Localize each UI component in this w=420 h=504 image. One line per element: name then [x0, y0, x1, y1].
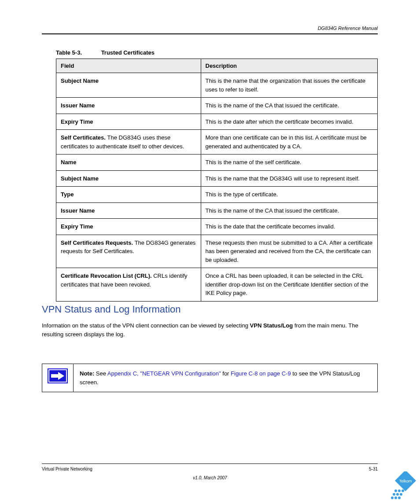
cell-label: Certificate Revocation List (CRL).	[61, 272, 153, 279]
cell-desc: This is the date after which the certifi…	[201, 114, 378, 130]
cell-label: Expiry Time	[61, 223, 93, 230]
table-row: TypeThis is the type of certificate.	[56, 187, 378, 203]
cell-label: Expiry Time	[61, 118, 93, 125]
body-text-prefix: Information on the status of the VPN cli…	[42, 322, 250, 329]
table-row: Expiry TimeThis is the date that the cer…	[56, 219, 378, 235]
cell-label: Name	[61, 159, 76, 166]
note-icon-cell	[42, 364, 74, 392]
section-heading-vpn-status: VPN Status and Log Information	[42, 304, 181, 315]
table-caption-title: Trusted Certificates	[84, 49, 155, 56]
logo-text: Telkom	[399, 479, 412, 483]
note-link-appendix[interactable]: Appendix C, "NETGEAR VPN Configuration"	[107, 370, 221, 377]
cell-desc: This is the name of the CA that issued t…	[201, 202, 378, 219]
footer-left: Virtual Private Networking	[42, 467, 92, 471]
cell-desc: This is the type of certificate.	[201, 187, 378, 203]
cell-label: Issuer Name	[61, 102, 95, 109]
cell-desc: This is the name of the CA that issued t…	[201, 98, 378, 114]
body-paragraph: Information on the status of the VPN cli…	[42, 321, 378, 338]
note-text: Note: See Appendix C, "NETGEAR VPN Confi…	[74, 364, 378, 392]
arrow-right-icon	[48, 369, 67, 383]
svg-point-7	[400, 493, 402, 496]
svg-point-6	[396, 493, 399, 496]
note-text-prefix: See	[94, 370, 107, 377]
table-caption: Table 5-3. Trusted Certificates	[56, 49, 378, 59]
table-row: Subject NameThis is the name that the DG…	[56, 170, 378, 187]
table-row: Certificate Revocation List (CRL). CRLs …	[56, 268, 378, 302]
footer-right: 5-31	[369, 467, 378, 471]
table-header-description: Description	[201, 59, 378, 73]
table-row: Expiry TimeThis is the date after which …	[56, 114, 378, 130]
cell-desc: This is the name of the self certificate…	[201, 155, 378, 171]
svg-point-9	[394, 497, 397, 499]
cell-label: Self Certificates Requests.	[61, 239, 135, 246]
table-row: Issuer NameThis is the name of the CA th…	[56, 98, 378, 114]
svg-point-10	[398, 497, 401, 499]
header-text: DG834G Reference Manual	[318, 26, 378, 31]
svg-point-2	[394, 489, 397, 492]
trusted-certificates-table: Table 5-3. Trusted Certificates Field De…	[56, 49, 378, 302]
note-label: Note:	[80, 370, 94, 377]
table-row: Self Certificates Requests. The DG834G g…	[56, 235, 378, 268]
table-header-field: Field	[56, 59, 201, 73]
table-row: Issuer NameThis is the name of the CA th…	[56, 202, 378, 219]
cell-desc: This is the name that the organization t…	[201, 73, 378, 98]
note-link-figure[interactable]: Figure C-8 on page C-9	[231, 370, 291, 377]
header-rule	[42, 33, 378, 34]
cell-label: Subject Name	[61, 77, 99, 84]
svg-point-4	[402, 489, 404, 492]
svg-point-8	[391, 497, 394, 499]
svg-point-3	[398, 489, 401, 492]
cell-label: Subject Name	[61, 175, 99, 182]
note-text-mid: for	[221, 370, 231, 377]
svg-point-5	[393, 493, 395, 496]
body-text-bold: VPN Status/Log	[250, 322, 293, 329]
cell-desc: More than one certificate can be in this…	[201, 130, 378, 155]
cell-label: Type	[61, 191, 74, 198]
cell-desc: These requests then must be submitted to…	[201, 235, 378, 268]
table-row: Subject NameThis is the name that the or…	[56, 73, 378, 98]
table-row: Self Certificates. The DG834G uses these…	[56, 130, 378, 155]
footer-rule	[42, 464, 378, 464]
cell-label: Issuer Name	[61, 207, 95, 214]
table-row: NameThis is the name of the self certifi…	[56, 155, 378, 171]
cell-desc: This is the date that the certificate be…	[201, 219, 378, 235]
cell-desc: This is the name that the DG834G will us…	[201, 170, 378, 187]
cell-label: Self Certificates.	[61, 134, 107, 141]
telkom-logo-icon: Telkom	[387, 471, 418, 502]
note-box: Note: See Appendix C, "NETGEAR VPN Confi…	[42, 364, 378, 392]
table-caption-number: Table 5-3.	[56, 49, 82, 56]
cell-desc: Once a CRL has been uploaded, it can be …	[201, 268, 378, 302]
svg-marker-0	[51, 372, 64, 380]
footer-version: v1.0, March 2007	[0, 475, 420, 480]
